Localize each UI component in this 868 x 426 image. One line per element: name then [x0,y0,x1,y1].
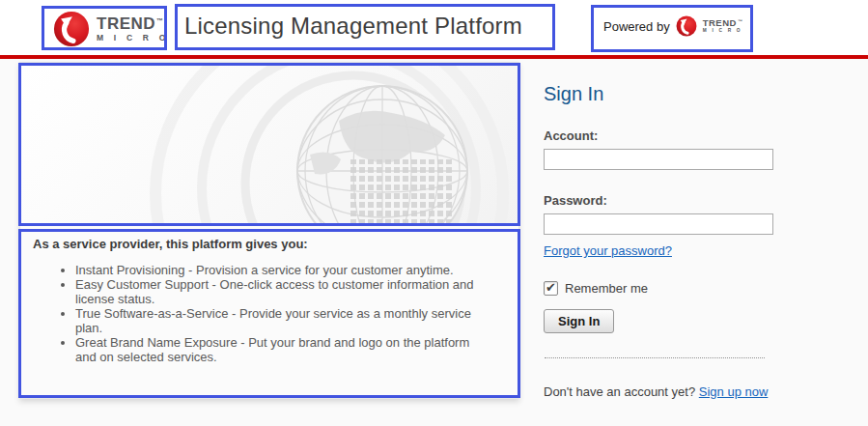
password-input[interactable] [544,213,773,235]
remember-me-checkbox[interactable]: ✔ [544,281,558,296]
signup-row: Don't have an account yet? Sign up now [544,384,766,399]
signin-form: Sign In Account: Password: Forgot your p… [544,83,766,399]
promo-bullet-list: Instant Provisioning - Provision a servi… [20,263,486,364]
trend-micro-wordmark: TREND™ M I C R O [97,15,170,43]
header-divider-rule [0,55,868,59]
trademark-mark-small: ™ [738,18,743,24]
globe-banner-image [20,63,518,226]
promo-section: As a service provider, this platform giv… [20,229,518,398]
account-label: Account: [544,128,766,143]
signup-prompt: Don't have an account yet? [544,384,695,399]
promo-heading: As a service provider, this platform giv… [33,237,518,251]
globe-graphic [20,63,518,226]
promo-bullet-item: Instant Provisioning - Provision a servi… [75,263,486,277]
signin-button[interactable]: Sign In [544,309,614,333]
promo-bullet-item: Great Brand Name Exposure - Put your bra… [75,335,486,364]
powered-by-badge: Powered by TREND™ M I C R O [603,15,742,37]
app-header: TREND™ M I C R O Licensing Management Pl… [0,0,868,55]
powered-by-label: Powered by [603,19,670,34]
section-divider [545,357,765,358]
remember-me-label: Remember me [565,281,648,296]
promo-bullet-item: Easy Customer Support - One-click access… [75,277,486,306]
brand-name-bottom-small: M I C R O [703,29,742,34]
trend-micro-wordmark-small: TREND™ M I C R O [703,18,742,33]
marketing-panel: As a service provider, this platform giv… [19,62,519,399]
promo-bullet-item: True Software-as-a-Service - Provide you… [75,306,486,335]
signup-link[interactable]: Sign up now [699,384,769,399]
trend-micro-ball-icon [53,11,90,47]
brand-name-top-small: TREND [703,17,737,28]
brand-name-bottom: M I C R O [97,34,170,43]
trend-micro-logo[interactable]: TREND™ M I C R O [53,11,170,47]
page-title: Licensing Management Platform [184,13,522,40]
trend-micro-ball-icon-small [676,15,697,37]
brand-name-top: TREND [97,14,155,33]
trademark-mark: ™ [156,17,164,24]
forgot-password-link[interactable]: Forgot your password? [544,243,672,258]
remember-me-row: ✔ Remember me [544,281,766,296]
password-label: Password: [544,193,766,208]
signin-title: Sign In [544,83,766,105]
account-input[interactable] [544,149,773,170]
